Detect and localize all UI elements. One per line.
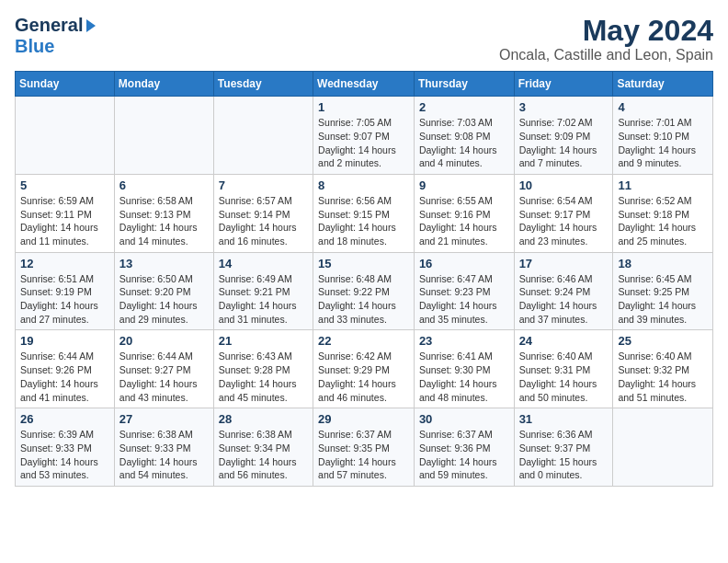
day-number: 29 bbox=[318, 412, 409, 426]
table-row: 19Sunrise: 6:44 AMSunset: 9:26 PMDayligh… bbox=[16, 330, 115, 408]
day-info: Sunrise: 6:46 AMSunset: 9:24 PMDaylight:… bbox=[519, 272, 609, 327]
table-row: 24Sunrise: 6:40 AMSunset: 9:31 PMDayligh… bbox=[514, 330, 613, 408]
table-row: 21Sunrise: 6:43 AMSunset: 9:28 PMDayligh… bbox=[213, 330, 313, 408]
day-number: 20 bbox=[119, 334, 209, 348]
day-number: 6 bbox=[119, 178, 209, 192]
day-info: Sunrise: 6:49 AMSunset: 9:21 PMDaylight:… bbox=[219, 272, 308, 327]
day-number: 14 bbox=[219, 257, 308, 270]
day-info: Sunrise: 6:44 AMSunset: 9:26 PMDaylight:… bbox=[20, 350, 109, 404]
day-number: 2 bbox=[419, 100, 509, 114]
logo-general: General bbox=[15, 15, 83, 36]
day-info: Sunrise: 7:05 AMSunset: 9:07 PMDaylight:… bbox=[318, 116, 409, 170]
day-info: Sunrise: 6:38 AMSunset: 9:33 PMDaylight:… bbox=[119, 428, 209, 482]
calendar-week-row: 12Sunrise: 6:51 AMSunset: 9:19 PMDayligh… bbox=[16, 252, 713, 330]
day-info: Sunrise: 7:03 AMSunset: 9:08 PMDaylight:… bbox=[419, 116, 509, 170]
day-info: Sunrise: 7:01 AMSunset: 9:10 PMDaylight:… bbox=[618, 116, 708, 170]
table-row: 16Sunrise: 6:47 AMSunset: 9:23 PMDayligh… bbox=[414, 252, 514, 330]
table-row: 6Sunrise: 6:58 AMSunset: 9:13 PMDaylight… bbox=[114, 174, 213, 252]
table-row: 20Sunrise: 6:44 AMSunset: 9:27 PMDayligh… bbox=[114, 330, 213, 408]
day-number: 7 bbox=[219, 178, 308, 192]
table-row: 4Sunrise: 7:01 AMSunset: 9:10 PMDaylight… bbox=[613, 97, 713, 175]
table-row: 18Sunrise: 6:45 AMSunset: 9:25 PMDayligh… bbox=[613, 252, 713, 330]
calendar-week-row: 26Sunrise: 6:39 AMSunset: 9:33 PMDayligh… bbox=[16, 408, 713, 487]
table-row bbox=[114, 97, 213, 175]
table-row: 23Sunrise: 6:41 AMSunset: 9:30 PMDayligh… bbox=[414, 330, 514, 408]
day-number: 18 bbox=[618, 257, 708, 270]
table-row: 7Sunrise: 6:57 AMSunset: 9:14 PMDaylight… bbox=[213, 174, 313, 252]
day-number: 13 bbox=[119, 257, 209, 270]
calendar-week-row: 19Sunrise: 6:44 AMSunset: 9:26 PMDayligh… bbox=[16, 330, 713, 408]
table-row: 11Sunrise: 6:52 AMSunset: 9:18 PMDayligh… bbox=[613, 174, 713, 252]
day-number: 8 bbox=[318, 178, 409, 192]
table-row: 28Sunrise: 6:38 AMSunset: 9:34 PMDayligh… bbox=[213, 408, 313, 487]
day-number: 26 bbox=[20, 412, 109, 426]
day-number: 15 bbox=[318, 257, 409, 270]
calendar-week-row: 5Sunrise: 6:59 AMSunset: 9:11 PMDaylight… bbox=[16, 174, 713, 252]
table-row bbox=[16, 97, 115, 175]
table-row bbox=[213, 97, 313, 175]
day-info: Sunrise: 7:02 AMSunset: 9:09 PMDaylight:… bbox=[519, 116, 609, 170]
calendar-table: Sunday Monday Tuesday Wednesday Thursday… bbox=[15, 71, 713, 487]
day-info: Sunrise: 6:45 AMSunset: 9:25 PMDaylight:… bbox=[618, 272, 708, 327]
day-info: Sunrise: 6:39 AMSunset: 9:33 PMDaylight:… bbox=[20, 428, 109, 482]
table-row: 27Sunrise: 6:38 AMSunset: 9:33 PMDayligh… bbox=[114, 408, 213, 487]
logo-arrow-icon bbox=[86, 19, 96, 32]
day-number: 19 bbox=[20, 334, 109, 348]
day-number: 22 bbox=[318, 334, 409, 348]
day-info: Sunrise: 6:54 AMSunset: 9:17 PMDaylight:… bbox=[519, 194, 609, 248]
day-info: Sunrise: 6:44 AMSunset: 9:27 PMDaylight:… bbox=[119, 350, 209, 404]
table-row: 10Sunrise: 6:54 AMSunset: 9:17 PMDayligh… bbox=[514, 174, 613, 252]
day-info: Sunrise: 6:59 AMSunset: 9:11 PMDaylight:… bbox=[20, 194, 109, 248]
day-number: 16 bbox=[419, 257, 509, 270]
table-row: 22Sunrise: 6:42 AMSunset: 9:29 PMDayligh… bbox=[313, 330, 415, 408]
table-row: 30Sunrise: 6:37 AMSunset: 9:36 PMDayligh… bbox=[414, 408, 514, 487]
day-number: 1 bbox=[318, 100, 409, 114]
calendar-header-row: Sunday Monday Tuesday Wednesday Thursday… bbox=[16, 72, 713, 97]
day-number: 5 bbox=[20, 178, 109, 192]
day-info: Sunrise: 6:43 AMSunset: 9:28 PMDaylight:… bbox=[219, 350, 308, 404]
table-row: 14Sunrise: 6:49 AMSunset: 9:21 PMDayligh… bbox=[213, 252, 313, 330]
day-number: 12 bbox=[20, 257, 109, 270]
col-friday: Friday bbox=[514, 72, 613, 97]
calendar-subtitle: Oncala, Castille and Leon, Spain bbox=[499, 47, 713, 63]
table-row: 3Sunrise: 7:02 AMSunset: 9:09 PMDaylight… bbox=[514, 97, 613, 175]
table-row: 26Sunrise: 6:39 AMSunset: 9:33 PMDayligh… bbox=[16, 408, 115, 487]
day-info: Sunrise: 6:37 AMSunset: 9:36 PMDaylight:… bbox=[419, 428, 509, 482]
day-number: 11 bbox=[618, 178, 708, 192]
day-number: 25 bbox=[618, 334, 708, 348]
table-row: 1Sunrise: 7:05 AMSunset: 9:07 PMDaylight… bbox=[313, 97, 415, 175]
day-number: 21 bbox=[219, 334, 308, 348]
table-row: 31Sunrise: 6:36 AMSunset: 9:37 PMDayligh… bbox=[514, 408, 613, 487]
day-info: Sunrise: 6:48 AMSunset: 9:22 PMDaylight:… bbox=[318, 272, 409, 327]
table-row: 25Sunrise: 6:40 AMSunset: 9:32 PMDayligh… bbox=[613, 330, 713, 408]
day-info: Sunrise: 6:51 AMSunset: 9:19 PMDaylight:… bbox=[20, 272, 109, 327]
title-block: May 2024 Oncala, Castille and Leon, Spai… bbox=[499, 15, 713, 63]
table-row: 12Sunrise: 6:51 AMSunset: 9:19 PMDayligh… bbox=[16, 252, 115, 330]
day-info: Sunrise: 6:56 AMSunset: 9:15 PMDaylight:… bbox=[318, 194, 409, 248]
day-number: 23 bbox=[419, 334, 509, 348]
table-row: 13Sunrise: 6:50 AMSunset: 9:20 PMDayligh… bbox=[114, 252, 213, 330]
day-info: Sunrise: 6:50 AMSunset: 9:20 PMDaylight:… bbox=[119, 272, 209, 327]
logo-blue: Blue bbox=[15, 36, 54, 57]
day-info: Sunrise: 6:42 AMSunset: 9:29 PMDaylight:… bbox=[318, 350, 409, 404]
day-number: 31 bbox=[519, 412, 609, 426]
day-number: 24 bbox=[519, 334, 609, 348]
table-row: 5Sunrise: 6:59 AMSunset: 9:11 PMDaylight… bbox=[16, 174, 115, 252]
day-info: Sunrise: 6:55 AMSunset: 9:16 PMDaylight:… bbox=[419, 194, 509, 248]
col-wednesday: Wednesday bbox=[313, 72, 415, 97]
day-info: Sunrise: 6:41 AMSunset: 9:30 PMDaylight:… bbox=[419, 350, 509, 404]
page-header: General Blue May 2024 Oncala, Castille a… bbox=[15, 15, 713, 63]
day-info: Sunrise: 6:38 AMSunset: 9:34 PMDaylight:… bbox=[219, 428, 308, 482]
day-info: Sunrise: 6:57 AMSunset: 9:14 PMDaylight:… bbox=[219, 194, 308, 248]
day-info: Sunrise: 6:40 AMSunset: 9:32 PMDaylight:… bbox=[618, 350, 708, 404]
col-sunday: Sunday bbox=[16, 72, 115, 97]
logo: General Blue bbox=[15, 15, 96, 57]
day-info: Sunrise: 6:37 AMSunset: 9:35 PMDaylight:… bbox=[318, 428, 409, 482]
day-info: Sunrise: 6:47 AMSunset: 9:23 PMDaylight:… bbox=[419, 272, 509, 327]
day-number: 4 bbox=[618, 100, 708, 114]
day-number: 28 bbox=[219, 412, 308, 426]
day-info: Sunrise: 6:52 AMSunset: 9:18 PMDaylight:… bbox=[618, 194, 708, 248]
day-info: Sunrise: 6:58 AMSunset: 9:13 PMDaylight:… bbox=[119, 194, 209, 248]
table-row: 2Sunrise: 7:03 AMSunset: 9:08 PMDaylight… bbox=[414, 97, 514, 175]
day-number: 9 bbox=[419, 178, 509, 192]
